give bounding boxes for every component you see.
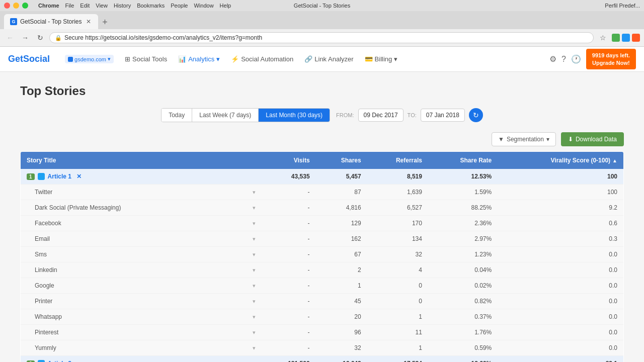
segmentation-label: Segmentation — [507, 136, 544, 143]
ext-icon-1 — [612, 34, 620, 42]
notification-icon[interactable]: 🕐 — [571, 54, 581, 64]
channel-expand-icon[interactable]: ▾ — [253, 251, 256, 258]
nav-billing[interactable]: 💳 Billing ▾ — [360, 52, 403, 66]
channel-expand-icon[interactable]: ▾ — [253, 267, 256, 274]
maximize-window-btn[interactable] — [22, 3, 28, 9]
cell-virality: 0.0 — [498, 262, 623, 278]
cell-shares: 129 — [316, 216, 367, 231]
nav-analytics-chevron: ▾ — [216, 55, 220, 63]
segmentation-button[interactable]: ▼ Segmentation ▾ — [492, 132, 556, 146]
cell-share_rate: 0.04% — [428, 262, 498, 278]
cell-virality: 0.0 — [498, 278, 623, 294]
nav-link-analyzer[interactable]: 🔗 Link Analyzer — [299, 52, 358, 66]
col-virality[interactable]: Virality Score (0-100)▲ — [498, 152, 623, 169]
help-icon[interactable]: ? — [561, 55, 566, 64]
upgrade-now-label: Upgrade Now! — [592, 59, 630, 66]
logo[interactable]: GetSocial — [8, 54, 50, 64]
refresh-btn[interactable]: ↻ — [34, 32, 46, 44]
cell-shares: 96 — [316, 325, 367, 340]
menu-bookmarks[interactable]: Bookmarks — [137, 3, 165, 9]
nav-social-automation[interactable]: ⚡ Social Automation — [226, 52, 298, 66]
cell-visits: - — [262, 309, 315, 325]
cell-referrals: 1 — [367, 309, 428, 325]
tab-today[interactable]: Today — [162, 109, 192, 122]
cell-shares: 16,643 — [316, 356, 367, 363]
table-body: 1 Article 1 ✕ 43,5355,4578,51912.53%100 … — [21, 169, 624, 362]
cell-share_rate: 1.76% — [428, 325, 498, 340]
user-profile: Perfil Predef... — [605, 3, 640, 9]
table-row: Pinterest ▾ -96111.76%0.0 — [21, 325, 624, 340]
tab-title: GetSocial - Top Stories — [20, 18, 82, 25]
date-filter-row: Today Last Week (7 days) Last Month (30 … — [20, 108, 624, 122]
cell-share_rate: 0.02% — [428, 278, 498, 294]
expand-icon[interactable]: ▾ — [74, 360, 77, 362]
cell-shares: 67 — [316, 247, 367, 262]
tab-bar: G GetSocial - Top Stories ✕ + — [0, 11, 644, 29]
back-btn[interactable]: ← — [4, 32, 16, 44]
cell-virality: 0.3 — [498, 231, 623, 247]
col-share-rate[interactable]: Share Rate — [428, 152, 498, 169]
channel-name: Dark Social (Private Messaging) — [35, 204, 121, 211]
channel-expand-icon[interactable]: ▾ — [253, 298, 256, 305]
col-referrals[interactable]: Referrals — [367, 152, 428, 169]
cell-virality: 0.0 — [498, 247, 623, 262]
menu-help[interactable]: Help — [220, 3, 231, 9]
channel-expand-icon[interactable]: ▾ — [253, 205, 256, 211]
cell-visits: - — [262, 216, 315, 231]
channel-expand-icon[interactable]: ▾ — [253, 220, 256, 227]
menu-file[interactable]: File — [65, 3, 74, 9]
refresh-date-btn[interactable]: ↻ — [469, 108, 483, 122]
menu-history[interactable]: History — [114, 3, 131, 9]
cell-visits: - — [262, 231, 315, 247]
menu-edit[interactable]: Edit — [80, 3, 90, 9]
menu-view[interactable]: View — [96, 3, 108, 9]
app-header: GetSocial gsdemo.com ▾ ⊞ Social Tools 📊 … — [0, 47, 644, 72]
settings-icon[interactable]: ⚙ — [549, 54, 556, 64]
channel-expand-icon[interactable]: ▾ — [253, 314, 256, 320]
table-row: Linkedin ▾ -240.04%0.0 — [21, 262, 624, 278]
download-icon: ⬇ — [568, 136, 573, 143]
active-tab[interactable]: G GetSocial - Top Stories ✕ — [4, 14, 98, 29]
ext-icon-3 — [632, 34, 640, 42]
download-button[interactable]: ⬇ Download Data — [561, 132, 624, 146]
minimize-window-btn[interactable] — [13, 3, 19, 9]
cell-share_rate: 12.66% — [428, 356, 498, 363]
col-visits[interactable]: Visits — [262, 152, 315, 169]
close-icon[interactable]: ✕ — [76, 173, 82, 180]
close-tab-btn[interactable]: ✕ — [85, 18, 92, 25]
upgrade-days: 9919 days left. — [592, 52, 630, 59]
tab-last-week[interactable]: Last Week (7 days) — [192, 109, 259, 122]
col-story-title: Story Title — [21, 152, 262, 169]
cell-visits: - — [262, 278, 315, 294]
url-bar[interactable]: 🔒 Secure https://getsocial.io/sites/gsde… — [49, 32, 594, 43]
menu-window[interactable]: Window — [194, 3, 213, 9]
channel-expand-icon[interactable]: ▾ — [253, 189, 256, 196]
card-icon: 💳 — [365, 55, 373, 63]
cell-visits: - — [262, 340, 315, 356]
menu-people[interactable]: People — [171, 3, 188, 9]
tab-last-month[interactable]: Last Month (30 days) — [259, 109, 330, 122]
rank-badge: 2 — [27, 360, 35, 363]
channel-expand-icon[interactable]: ▾ — [253, 329, 256, 336]
new-tab-btn[interactable]: + — [98, 15, 112, 29]
nav-social-tools[interactable]: ⊞ Social Tools — [120, 52, 172, 66]
nav-social-tools-label: Social Tools — [132, 55, 167, 63]
cell-visits: - — [262, 262, 315, 278]
close-window-btn[interactable] — [4, 3, 10, 9]
upgrade-button[interactable]: 9919 days left. Upgrade Now! — [586, 49, 636, 69]
browser-chrome: G GetSocial - Top Stories ✕ + ← → ↻ 🔒 Se… — [0, 11, 644, 47]
cell-visits: - — [262, 185, 315, 200]
channel-expand-icon[interactable]: ▾ — [253, 283, 256, 289]
from-date-input[interactable]: 09 Dec 2017 — [358, 109, 404, 122]
channel-expand-icon[interactable]: ▾ — [253, 345, 256, 351]
nav-site-badge[interactable]: gsdemo.com ▾ — [60, 52, 119, 66]
cell-visits: 131,500 — [262, 356, 315, 363]
cell-share_rate: 1.59% — [428, 185, 498, 200]
cell-shares: 5,457 — [316, 169, 367, 185]
nav-analytics[interactable]: 📊 Analytics ▾ — [173, 52, 225, 66]
col-shares[interactable]: Shares — [316, 152, 367, 169]
forward-btn[interactable]: → — [19, 32, 31, 44]
bookmark-btn[interactable]: ☆ — [597, 32, 609, 44]
to-date-input[interactable]: 07 Jan 2018 — [421, 109, 465, 122]
channel-expand-icon[interactable]: ▾ — [253, 236, 256, 242]
